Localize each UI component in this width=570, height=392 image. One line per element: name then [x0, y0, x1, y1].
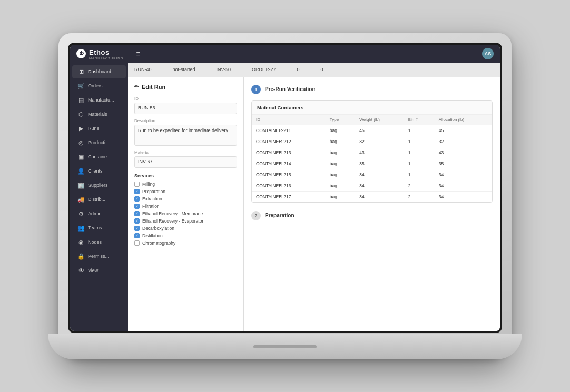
table-row[interactable]: CONTAINER-214 bag 35 1 35	[252, 158, 492, 169]
sidebar-item-nodes[interactable]: ◉ Nodes	[72, 236, 126, 249]
id-label: ID	[134, 96, 237, 101]
sidebar-item-label: Dashboard	[88, 69, 111, 74]
service-preparation[interactable]: ✓ Preparation	[134, 189, 237, 194]
container-type: bag	[326, 169, 356, 180]
service-milling[interactable]: Milling	[134, 182, 237, 187]
laptop-shell: ⏻ Ethos MANUFACTURING ≡ AS	[58, 33, 512, 359]
col-type: Type	[326, 115, 356, 125]
table-row[interactable]: CONTAINER-216 bag 34 2 34	[252, 180, 492, 191]
service-chromatography[interactable]: Chromatography	[134, 240, 237, 246]
sidebar-item-dashboard[interactable]: ⊞ Dashboard	[72, 65, 126, 78]
production-icon: ◎	[77, 139, 85, 146]
preparation-label: Preparation	[142, 189, 165, 194]
manufacturing-icon: ▤	[77, 97, 85, 104]
container-allocation: 43	[435, 147, 492, 158]
service-extraction[interactable]: ✓ Extraction	[134, 196, 237, 202]
extraction-checkbox[interactable]: ✓	[134, 196, 140, 202]
hamburger-icon[interactable]: ≡	[136, 49, 140, 58]
material-containers-title: Material Containers	[252, 101, 492, 115]
laptop-screen: ⏻ Ethos MANUFACTURING ≡ AS	[70, 45, 500, 331]
logo-area: ⏻ Ethos MANUFACTURING	[76, 47, 123, 60]
section2-number: 2	[251, 211, 261, 220]
table-row[interactable]: CONTAINER-211 bag 45 1 45	[252, 125, 492, 136]
filtration-label: Filtration	[142, 204, 160, 209]
service-decarboxylation[interactable]: ✓ Decarboxylation	[134, 226, 237, 231]
service-distillation[interactable]: ✓ Distillation	[134, 233, 237, 238]
decarboxylation-label: Decarboxylation	[142, 226, 174, 231]
sidebar-item-label: Clients	[88, 168, 103, 174]
container-id: CONTAINER-211	[252, 125, 326, 136]
decarboxylation-checkbox[interactable]: ✓	[134, 226, 140, 231]
sidebar-item-teams[interactable]: 👥 Teams	[72, 222, 126, 235]
table-row[interactable]: CONTAINER-213 bag 43 1 43	[252, 147, 492, 158]
sidebar-item-manufacturing[interactable]: ▤ Manufactu...	[72, 94, 126, 107]
dashboard-icon: ⊞	[77, 68, 85, 75]
sidebar-item-orders[interactable]: 🛒 Orders	[72, 79, 126, 93]
extraction-label: Extraction	[142, 196, 162, 202]
container-type: bag	[326, 191, 356, 202]
modal-overlay: ✏ Edit Run ID RUN-56 Description Run to …	[128, 77, 500, 331]
sidebar-item-label: Admin	[88, 211, 102, 216]
edit-panel-title-text: Edit Run	[142, 84, 165, 90]
container-weight: 35	[355, 158, 404, 169]
sidebar-item-label: Containe...	[88, 154, 111, 159]
service-ethanol-membrane[interactable]: ✓ Ethanol Recovery - Membrane	[134, 211, 237, 216]
container-id: CONTAINER-216	[252, 180, 326, 191]
container-type: bag	[326, 158, 356, 169]
preparation-checkbox[interactable]: ✓	[134, 189, 140, 194]
sidebar-item-label: Nodes	[88, 239, 102, 245]
logo-text-block: Ethos MANUFACTURING	[89, 47, 123, 60]
sidebar-item-label: Permiss...	[88, 254, 109, 259]
section1-header: 1 Pre-Run Verification	[251, 85, 493, 94]
distillation-label: Distillation	[142, 233, 163, 238]
laptop-base	[48, 334, 522, 359]
sidebar-item-containers[interactable]: ▣ Containe...	[72, 150, 126, 164]
inv-cell: INV-50	[217, 67, 231, 72]
sidebar-item-runs[interactable]: ▶ Runs	[72, 122, 126, 135]
table-row[interactable]: CONTAINER-215 bag 34 1 34	[252, 169, 492, 180]
containers-table-container: ID Type Weight (lb) Bin # Allocation (lb…	[252, 115, 492, 202]
sidebar-item-production[interactable]: ◎ Producti...	[72, 136, 126, 149]
container-weight: 34	[355, 191, 404, 202]
runs-icon: ▶	[77, 125, 85, 132]
ethanol-membrane-checkbox[interactable]: ✓	[134, 211, 140, 216]
service-ethanol-evaporator[interactable]: ✓ Ethanol Recovery - Evaporator	[134, 218, 237, 224]
services-section: Services Milling ✓ Preparation	[134, 173, 237, 246]
sidebar-item-label: Materials	[88, 112, 107, 117]
verification-panel: 1 Pre-Run Verification Material Containe…	[244, 77, 500, 331]
milling-checkbox[interactable]	[134, 182, 140, 187]
sidebar-item-materials[interactable]: ⬡ Materials	[72, 108, 126, 121]
materials-icon: ⬡	[77, 111, 85, 118]
pencil-icon: ✏	[134, 84, 139, 89]
sidebar-item-view[interactable]: 👁 View...	[72, 264, 126, 277]
section1-number: 1	[251, 85, 261, 94]
distillation-checkbox[interactable]: ✓	[134, 233, 140, 238]
container-type: bag	[326, 125, 356, 136]
ethanol-evaporator-checkbox[interactable]: ✓	[134, 218, 140, 224]
container-weight: 45	[355, 125, 404, 136]
avatar[interactable]: AS	[482, 48, 494, 59]
container-allocation: 34	[435, 191, 492, 202]
filtration-checkbox[interactable]: ✓	[134, 204, 140, 209]
sidebar-item-clients[interactable]: 👤 Clients	[72, 165, 126, 178]
material-containers-box: Material Containers ID Type Weight	[251, 100, 493, 203]
container-id: CONTAINER-214	[252, 158, 326, 169]
order-cell: ORDER-27	[252, 67, 276, 72]
app-container: ⏻ Ethos MANUFACTURING ≡ AS	[70, 45, 500, 331]
sidebar-item-label: Runs	[88, 126, 99, 131]
sidebar-item-admin[interactable]: ⚙ Admin	[72, 207, 126, 220]
table-row[interactable]: CONTAINER-212 bag 32 1 32	[252, 136, 492, 147]
top-bar: ⏻ Ethos MANUFACTURING ≡ AS	[70, 45, 500, 63]
sidebar-item-permissions[interactable]: 🔒 Permiss...	[72, 250, 126, 263]
container-allocation: 45	[435, 125, 492, 136]
sidebar-item-distribution[interactable]: 🚚 Distrib...	[72, 193, 126, 206]
container-allocation: 32	[435, 136, 492, 147]
service-filtration[interactable]: ✓ Filtration	[134, 204, 237, 209]
chromatography-checkbox[interactable]	[134, 240, 140, 246]
table-row[interactable]: CONTAINER-217 bag 34 2 34	[252, 191, 492, 202]
description-field[interactable]: Run to be expedited for immediate delive…	[134, 125, 237, 146]
status-cell: not-started	[173, 67, 195, 72]
chromatography-label: Chromatography	[142, 240, 175, 246]
sidebar-item-suppliers[interactable]: 🏢 Suppliers	[72, 179, 126, 192]
col-id: ID	[252, 115, 326, 125]
